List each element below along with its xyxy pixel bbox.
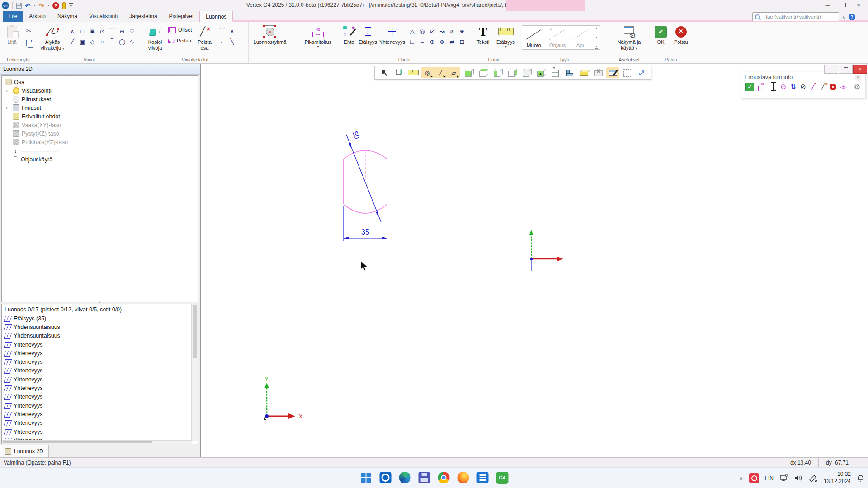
doc-close-button[interactable]: ✕ (853, 65, 867, 74)
copy-button[interactable] (24, 38, 34, 48)
constraint-row[interactable]: Etäisyys (35) (2, 314, 198, 323)
redo-icon[interactable]: ↷ (39, 2, 45, 9)
closed-spline-icon[interactable]: ♡ (127, 26, 137, 36)
coordinate-measure-icon[interactable] (392, 67, 405, 78)
polygon-icon[interactable]: ◇ (87, 37, 97, 47)
tray-expand-icon[interactable]: ∧ (739, 475, 743, 481)
solid-extrude-icon[interactable] (563, 67, 576, 78)
tree-item-xz-plane[interactable]: Pysty(XZ)-taso (2, 129, 198, 138)
prediction-close-icon[interactable]: ✕ (855, 75, 861, 80)
taskbar-app-window[interactable] (476, 471, 490, 484)
record-macro-icon[interactable]: R (52, 2, 59, 9)
collapse-ribbon-icon[interactable]: ∧ (842, 14, 845, 19)
constraint-row[interactable]: Yhtenevyys (2, 401, 198, 410)
clock[interactable]: 10.32 13.12.2024 (824, 471, 851, 485)
constraint-row[interactable]: Yhtenevyys (2, 384, 198, 392)
fix-constraint-icon[interactable]: ⌀ (447, 26, 457, 36)
slot-icon[interactable]: ⊖ (117, 26, 127, 36)
snap-point-icon[interactable]: ◎ (421, 67, 434, 78)
tree-item-piirustukset[interactable]: Piirustukset (2, 95, 198, 103)
scroll-down-icon[interactable]: ▾ (595, 35, 597, 39)
taskbar-edge[interactable] (398, 471, 412, 484)
minimize-button[interactable]: — (820, 1, 835, 9)
taskbar-outlook[interactable] (379, 471, 392, 484)
language-indicator[interactable]: FIN (765, 475, 774, 481)
notification-bell-icon[interactable] (857, 474, 864, 482)
split-constraint-icon[interactable]: ⋇ (457, 26, 467, 36)
view-top-face-icon[interactable] (476, 67, 489, 78)
doc-minimize-button[interactable]: — (824, 65, 838, 74)
style-aux-item[interactable]: Apu (569, 26, 593, 49)
rectangle-center-icon[interactable]: ▣ (77, 37, 87, 47)
undo-dropdown-icon[interactable]: ▾ (34, 4, 36, 7)
mirror-button[interactable]: Peilaa (168, 36, 192, 45)
rectangle-icon[interactable]: □ (77, 26, 87, 36)
fillet-icon[interactable]: ⌒ (217, 26, 227, 36)
measure-distance-button[interactable]: Etäisyys ▾ (495, 23, 516, 49)
predict-accept-icon[interactable]: ✔ (745, 82, 754, 91)
panel-tab-luonnos2d[interactable]: Luonnos 2D (0, 445, 49, 457)
constraint-row[interactable]: Yhtenevyys (2, 410, 198, 418)
sketch-grid-icon[interactable]: + (621, 67, 634, 78)
predict-symmetry-icon[interactable]: ⇅ (790, 82, 797, 91)
parallel-constraint-icon[interactable]: ≡ (417, 37, 427, 47)
circle-center-icon[interactable]: ⊙ (97, 26, 107, 36)
constraint-list-hscrollbar[interactable] (2, 440, 192, 444)
constraint-row[interactable]: Yhtenevyys (2, 375, 198, 384)
predict-line-icon[interactable]: ╱ (810, 82, 816, 91)
tree-item-ohjauskayra[interactable]: ⌒ Ohjauskäyrä (2, 155, 198, 164)
coincidence-constraint-button[interactable]: ↓↑ Yhtenevyys (379, 23, 405, 45)
customize-toolbar-icon[interactable]: ▾ (69, 3, 73, 8)
save-icon[interactable] (16, 3, 22, 9)
view-settings-dropdown-icon[interactable]: ▾ (636, 47, 637, 51)
taskbar-save-app[interactable] (418, 471, 431, 484)
perpendicular-constraint-icon[interactable]: ∟ (407, 37, 417, 47)
snap-edge-icon[interactable]: ╱ (434, 67, 447, 78)
fit-view-icon[interactable] (635, 67, 648, 78)
direction-constraint-icon[interactable]: ↝ (437, 26, 447, 36)
constraint-row[interactable]: Yhtenevyys (2, 393, 198, 401)
constraint-row[interactable]: Yhtenevyys (2, 366, 198, 375)
paste-button[interactable]: Liitä (3, 23, 21, 45)
style-shape-item[interactable]: Muoto (522, 26, 546, 49)
angle-constraint-icon[interactable]: △ (407, 26, 417, 36)
constraint-row[interactable]: Yhdensuuntaisuus (2, 323, 198, 331)
predict-concentric-icon[interactable]: ⊙ (780, 82, 787, 91)
taskbar-chrome[interactable] (437, 471, 451, 484)
arc-icon[interactable]: ⌒ (107, 37, 117, 47)
solid-slab-icon[interactable] (577, 67, 590, 78)
constraint-row[interactable]: Yhtenevyys (2, 419, 198, 427)
line-icon[interactable]: ╱ (67, 37, 77, 47)
ruler-icon[interactable] (406, 67, 420, 78)
tab-file[interactable]: File (3, 11, 23, 22)
predict-perpendicular-icon[interactable]: ⊘ (800, 82, 807, 91)
measure-dropdown-icon[interactable]: ▾ (505, 45, 506, 49)
tab-visualisointi[interactable]: Visualisointi (83, 11, 123, 22)
view-settings-button[interactable]: ⚙ Näkymä ja käyttö ▾ (612, 23, 646, 51)
distance-constraint-button[interactable]: ↕ Etäisyys (359, 23, 377, 45)
table-wand-icon[interactable] (606, 67, 619, 78)
ratio-constraint-icon[interactable]: ⊛ (437, 37, 447, 47)
sketch-group-button[interactable]: Luonnosryhmä (251, 23, 288, 45)
tree-item-xy-plane[interactable]: Vaaka(XY)-taso (2, 121, 198, 129)
style-scrollbar[interactable]: ▴ ▾ ▾ (593, 26, 600, 49)
predict-vertical-distance-icon[interactable] (770, 82, 777, 91)
constraint-list-vscrollbar[interactable] (191, 304, 198, 441)
expander-icon[interactable]: › (6, 103, 8, 112)
copy-lines-button[interactable]: Kopioi viivoja (145, 23, 165, 51)
vscroll-thumb[interactable] (193, 305, 197, 358)
trim-button[interactable]: Poista osa (194, 23, 215, 51)
symmetric-constraint-icon[interactable]: ⊡ (457, 37, 467, 47)
offset-button[interactable]: Offset (168, 25, 192, 34)
tree-item-ilmiasut[interactable]: › Ilmiasut (2, 103, 198, 112)
text-button[interactable]: T Teksti (473, 23, 493, 45)
polyline-icon[interactable]: ∧ (67, 26, 77, 36)
scroll-up-icon[interactable]: ▴ (595, 26, 597, 30)
scroll-more-icon[interactable]: ▾ (595, 44, 597, 49)
close-button[interactable]: ✕ (851, 1, 866, 9)
panel-splitter[interactable]: ∨ (1, 300, 198, 304)
hscroll-thumb[interactable] (3, 441, 152, 443)
style-guide-item[interactable]: ⊘ Ohjaus (546, 26, 569, 49)
pen-input-icon[interactable] (809, 474, 818, 482)
chamfer-trim-icon[interactable]: ╲ (227, 37, 237, 47)
